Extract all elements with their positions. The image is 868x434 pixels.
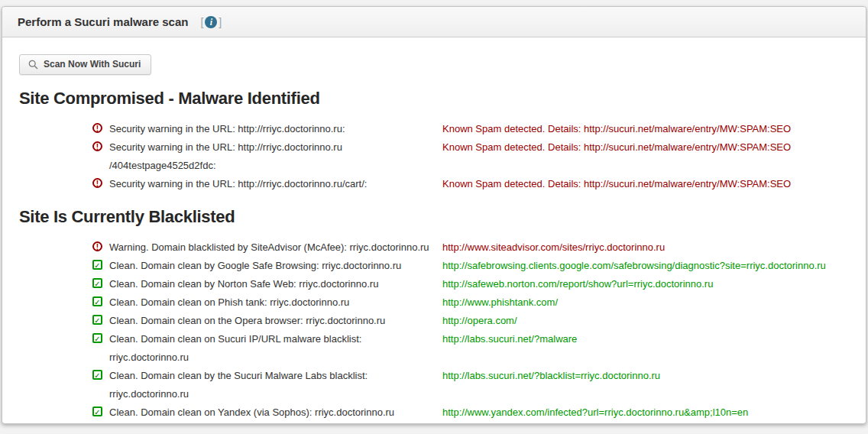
scan-results: Site Compromised - Malware Identified!Se… [2,89,866,422]
result-row: ✓Clean. Domain clean by Norton Safe Web:… [92,275,866,293]
result-text-line: Clean. Domain clean by Google Safe Brows… [109,257,401,275]
result-row: !Security warning in the URL: http://rri… [92,138,866,175]
section-heading: Site Is Currently Blacklisted [19,207,849,227]
result-row: ✓Clean. Domain clean on Sucuri IP/URL ma… [92,330,866,367]
result-rows: !Warning. Domain blacklisted by SiteAdvi… [2,238,866,422]
result-link[interactable]: http://opera.com/ [442,312,517,330]
check-icon: ✓ [92,278,102,288]
search-icon [28,60,38,70]
result-text: Warning. Domain blacklisted by SiteAdvis… [109,238,429,257]
result-text-line: Clean. Domain clean on Yandex (via Sopho… [109,403,394,422]
check-icon: ✓ [92,333,102,343]
section-heading: Site Compromised - Malware Identified [19,89,849,108]
result-text: Security warning in the URL: http://rriy… [109,175,367,193]
result-row: ✓Clean. Domain clean on the Opera browse… [92,312,866,330]
help-info[interactable]: [ i ] [200,16,222,28]
result-row: !Warning. Domain blacklisted by SiteAdvi… [92,238,866,257]
panel-header: Perform a Sucuri malware scan [ i ] [2,7,866,37]
result-link[interactable]: http://www.yandex.com/infected?url=rriyc… [442,403,748,422]
warning-icon: ! [92,241,102,251]
warning-icon: ! [92,141,102,151]
warning-icon: ! [92,123,102,133]
result-text: Security warning in the URL: http://rriy… [109,138,342,175]
info-icon[interactable]: i [205,16,217,28]
result-link[interactable]: Known Spam detected. Details: http://suc… [442,120,791,138]
check-icon: ✓ [92,296,102,306]
scan-now-button[interactable]: Scan Now With Sucuri [19,54,151,75]
result-link[interactable]: http://safebrowsing.clients.google.com/s… [442,257,826,275]
result-text: Clean. Domain clean by Norton Safe Web: … [109,275,378,293]
scan-now-button-label: Scan Now With Sucuri [44,59,141,70]
result-link[interactable]: http://labs.sucuri.net/?malware [442,330,577,348]
result-text: Security warning in the URL: http://rriy… [109,120,345,138]
warning-icon: ! [92,178,102,188]
result-text: Clean. Domain clean on Yandex (via Sopho… [109,403,394,422]
panel-body: Scan Now With Sucuri Site Compromised - … [2,37,866,422]
result-rows: !Security warning in the URL: http://rri… [2,120,866,193]
result-link[interactable]: Known Spam detected. Details: http://suc… [442,175,791,193]
result-link[interactable]: http://www.phishtank.com/ [442,293,558,312]
result-text-line: /404testpage4525d2fdc: [109,157,342,175]
check-icon: ✓ [92,260,102,270]
result-link[interactable]: http://safeweb.norton.com/report/show?ur… [442,275,713,293]
result-row: !Security warning in the URL: http://rri… [92,175,866,193]
result-text-line: Security warning in the URL: http://rriy… [109,175,367,193]
result-link[interactable]: http://www.siteadvisor.com/sites/rriyc.d… [442,238,665,257]
bracket-open: [ [200,16,203,28]
result-row: ✓Clean. Domain clean on Yandex (via Soph… [92,403,866,422]
result-text: Clean. Domain clean on the Opera browser… [109,312,385,330]
result-link[interactable]: Known Spam detected. Details: http://suc… [442,138,791,157]
check-icon: ✓ [92,406,102,416]
result-text: Clean. Domain clean by the Sucuri Malwar… [109,367,368,403]
result-row: !Security warning in the URL: http://rri… [92,120,866,138]
result-text-line: Clean. Domain clean by the Sucuri Malwar… [109,367,368,385]
check-icon: ✓ [92,370,102,380]
result-text: Clean. Domain clean on Sucuri IP/URL mal… [109,330,361,367]
result-text-line: Clean. Domain clean on Phish tank: rriyc… [109,293,349,312]
result-row: ✓Clean. Domain clean by Google Safe Brow… [92,257,866,275]
result-row: ✓Clean. Domain clean by the Sucuri Malwa… [92,367,866,403]
result-text-line: Warning. Domain blacklisted by SiteAdvis… [109,238,429,257]
result-text-line: rriyc.doctorinno.ru [109,385,368,403]
check-icon: ✓ [92,315,102,325]
result-text-line: Clean. Domain clean on Sucuri IP/URL mal… [109,330,361,348]
result-link[interactable]: http://labs.sucuri.net/?blacklist=rriyc.… [442,367,660,385]
sucuri-scan-panel: Perform a Sucuri malware scan [ i ] Scan… [2,6,866,424]
result-text: Clean. Domain clean on Phish tank: rriyc… [109,293,349,312]
result-text-line: Security warning in the URL: http://rriy… [109,120,345,138]
bracket-close: ] [219,16,222,28]
result-text-line: Clean. Domain clean on the Opera browser… [109,312,385,330]
result-row: ✓Clean. Domain clean on Phish tank: rriy… [92,293,866,312]
result-text-line: Clean. Domain clean by Norton Safe Web: … [109,275,378,293]
panel-title: Perform a Sucuri malware scan [18,15,188,28]
result-text: Clean. Domain clean by Google Safe Brows… [109,257,401,275]
result-text-line: rriyc.doctorinno.ru [109,348,361,367]
result-text-line: Security warning in the URL: http://rriy… [109,138,342,157]
